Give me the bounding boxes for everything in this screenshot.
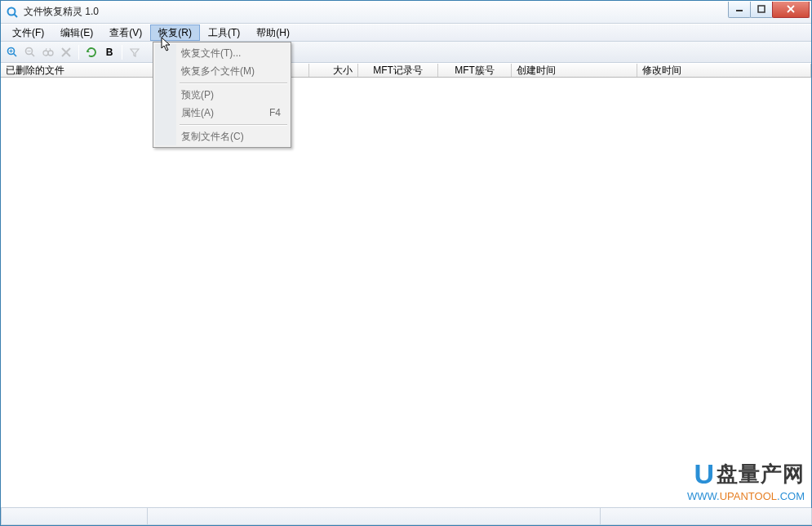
svg-point-14 — [48, 51, 53, 56]
filter-icon[interactable] — [126, 44, 143, 60]
menu-help[interactable]: 帮助(H) — [248, 25, 298, 41]
menu-file[interactable]: 文件(F) — [4, 25, 52, 41]
dd-preview[interactable]: 预览(P) — [155, 86, 289, 104]
column-headers: 已删除的文件 大小 MFT记录号 MFT簇号 创建时间 修改时间 — [1, 63, 811, 78]
status-cell-3 — [600, 508, 812, 525]
bold-label: B — [106, 47, 113, 58]
col-mft-record[interactable]: MFT记录号 — [358, 64, 438, 77]
recover-dropdown: 恢复文件(T)... 恢复多个文件(M) 预览(P) 属性(A)F4 复制文件名… — [153, 42, 291, 148]
svg-point-0 — [8, 7, 16, 15]
svg-line-11 — [32, 53, 35, 56]
app-window: 文件恢复精灵 1.0 文件(F) 编辑(E) 查看(V) 恢复(R) 工具(T)… — [0, 0, 812, 526]
dd-label: 恢复文件(T)... — [181, 47, 241, 60]
dropdown-separator — [180, 82, 287, 83]
window-controls — [729, 2, 810, 18]
svg-point-13 — [43, 51, 48, 56]
dropdown-separator-2 — [180, 124, 287, 125]
wm-www: WWW. — [687, 490, 720, 502]
watermark-brand: U 盘量产网 — [687, 458, 805, 490]
window-title: 文件恢复精灵 1.0 — [24, 5, 729, 19]
menubar: 文件(F) 编辑(E) 查看(V) 恢复(R) 工具(T) 帮助(H) — [1, 24, 811, 42]
toolbar: B — [1, 42, 811, 63]
dd-label: 属性(A) — [181, 106, 214, 120]
menu-recover[interactable]: 恢复(R) — [150, 25, 200, 41]
app-icon — [6, 6, 19, 19]
svg-line-7 — [14, 53, 17, 56]
svg-rect-3 — [758, 6, 765, 12]
watermark-u: U — [694, 458, 715, 490]
close-button[interactable] — [772, 2, 810, 18]
watermark-url: WWW.UPANTOOL.COM — [687, 490, 805, 502]
titlebar: 文件恢复精灵 1.0 — [1, 1, 811, 24]
dd-label: 复制文件名(C) — [181, 130, 244, 144]
dd-recover-file[interactable]: 恢复文件(T)... — [155, 44, 289, 62]
menu-tools[interactable]: 工具(T) — [200, 25, 248, 41]
delete-icon[interactable] — [58, 44, 74, 60]
dd-label: 恢复多个文件(M) — [181, 65, 255, 78]
dd-label: 预览(P) — [181, 88, 214, 102]
minimize-button[interactable] — [728, 2, 751, 18]
wm-domain: UPANTOOL — [720, 490, 777, 502]
bold-button[interactable]: B — [101, 44, 118, 60]
maximize-button[interactable] — [750, 2, 773, 18]
col-mft-cluster[interactable]: MFT簇号 — [438, 64, 512, 77]
zoom-in-icon[interactable] — [4, 44, 20, 60]
file-list[interactable] — [1, 78, 811, 507]
dd-properties[interactable]: 属性(A)F4 — [155, 104, 289, 122]
toolbar-separator — [78, 45, 79, 60]
dd-recover-multiple[interactable]: 恢复多个文件(M) — [155, 62, 289, 80]
col-size[interactable]: 大小 — [309, 64, 358, 77]
toolbar-separator-2 — [122, 45, 122, 60]
status-cell-2 — [147, 508, 601, 525]
menu-edit[interactable]: 编辑(E) — [52, 25, 101, 41]
svg-line-1 — [15, 14, 18, 17]
refresh-icon[interactable] — [83, 44, 100, 60]
wm-com: .COM — [777, 490, 805, 502]
col-created[interactable]: 创建时间 — [512, 64, 637, 77]
watermark: U 盘量产网 WWW.UPANTOOL.COM — [687, 458, 805, 502]
col-modified[interactable]: 修改时间 — [637, 64, 811, 77]
binoculars-icon[interactable] — [40, 44, 56, 60]
dd-shortcut: F4 — [269, 107, 289, 118]
zoom-out-icon[interactable] — [22, 44, 38, 60]
statusbar — [1, 507, 811, 525]
status-cell-1 — [1, 508, 148, 525]
dd-copy-filename[interactable]: 复制文件名(C) — [155, 127, 289, 145]
watermark-text: 盘量产网 — [717, 460, 805, 488]
menu-view[interactable]: 查看(V) — [101, 25, 150, 41]
